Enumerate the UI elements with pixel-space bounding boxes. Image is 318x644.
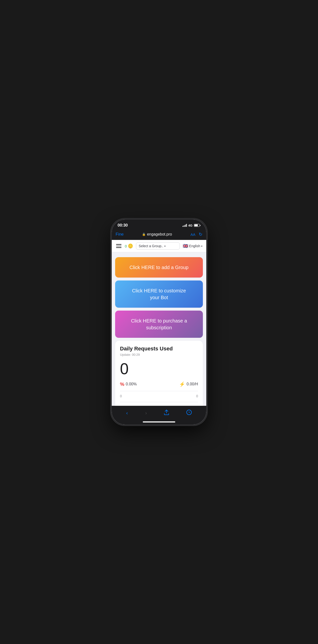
main-content: Click HERE to add a Group Click HERE to … (112, 252, 206, 406)
customize-bot-button[interactable]: Click HERE to customizeyour Bot (115, 280, 203, 308)
app-toolbar: 0 🪙 Select a Group.. ▾ 🇬🇧 English ▾ (112, 240, 206, 252)
text-size-button[interactable]: AA (190, 232, 195, 236)
coins-icon: 🪙 (128, 243, 133, 249)
rate-metric: ⚡ 0.00/H (179, 381, 198, 387)
forward-nav-icon: › (145, 410, 147, 416)
browser-back-button[interactable]: Fine (116, 232, 124, 237)
stats-row: 0 0 (120, 394, 198, 398)
back-nav-icon: ‹ (126, 410, 128, 416)
share-icon (164, 410, 169, 416)
rate-value: 0.00/H (187, 382, 198, 386)
daily-requests-card: Daily Requests Used Update: 00:29 0 % 0.… (115, 341, 203, 406)
percent-icon: % (120, 382, 124, 387)
signal-type: 4G (188, 224, 192, 227)
status-time: 00:30 (118, 223, 128, 228)
share-button[interactable] (162, 409, 171, 417)
language-flag: 🇬🇧 (183, 243, 188, 249)
notch (143, 220, 175, 228)
url-bar[interactable]: 🔒 engagebot.pro (127, 232, 188, 236)
card-update: Update: 00:29 (120, 353, 198, 356)
phone-frame: 00:30 4G Fine � (112, 220, 206, 424)
percent-metric: % 0.00% (120, 382, 137, 387)
divider (120, 391, 198, 391)
bookmarks-button[interactable] (184, 409, 194, 417)
lock-icon: 🔒 (142, 233, 146, 236)
group-selector-text: Select a Group.. (139, 244, 163, 248)
status-icons: 4G (182, 224, 200, 227)
subscribe-label: Click HERE to purchase asubscription (131, 318, 187, 330)
metrics-row: % 0.00% ⚡ 0.00/H (120, 381, 198, 387)
group-dropdown-arrow: ▾ (164, 245, 165, 248)
language-selector[interactable]: 🇬🇧 English ▾ (183, 243, 202, 249)
lightning-icon: ⚡ (179, 381, 185, 387)
card-title: Daily Requests Used (120, 346, 198, 352)
signal-bars (182, 224, 187, 227)
language-label: English (189, 244, 200, 248)
language-dropdown-arrow: ▾ (201, 245, 202, 248)
home-indicator (143, 421, 175, 422)
stat-right: 0 (196, 394, 198, 398)
refresh-button[interactable]: ↻ (199, 232, 202, 237)
browser-actions: AA ↻ (190, 232, 202, 237)
compass-icon (186, 410, 192, 416)
browser-bar: Fine 🔒 engagebot.pro AA ↻ (112, 230, 206, 240)
browser-back-nav-button[interactable]: ‹ (124, 409, 130, 417)
battery (194, 224, 200, 227)
subscribe-button[interactable]: Click HERE to purchase asubscription (115, 310, 203, 338)
group-selector[interactable]: Select a Group.. ▾ (136, 242, 180, 250)
add-group-button[interactable]: Click HERE to add a Group (115, 257, 203, 278)
url-text: engagebot.pro (147, 232, 172, 236)
percent-value: 0.00% (126, 382, 137, 386)
divider-2 (120, 402, 198, 402)
customize-bot-label: Click HERE to customizeyour Bot (132, 288, 186, 300)
coins-badge: 0 🪙 (125, 243, 133, 249)
request-count: 0 (120, 360, 198, 377)
phone-screen: 00:30 4G Fine � (112, 220, 206, 424)
browser-forward-nav-button[interactable]: › (143, 409, 149, 417)
stat-left: 0 (120, 394, 122, 398)
coins-count: 0 (125, 244, 127, 248)
hamburger-menu-button[interactable] (116, 244, 122, 248)
